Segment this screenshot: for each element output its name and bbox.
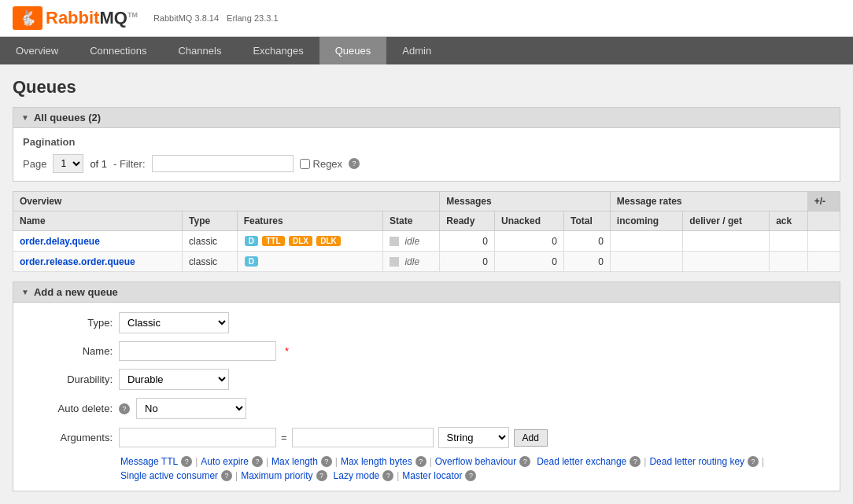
all-queues-section-header[interactable]: ▼ All queues (2) — [13, 107, 840, 128]
arg-link-overflow-behaviour[interactable]: Overflow behaviour — [435, 456, 516, 467]
col-total: Total — [564, 212, 611, 231]
queue-ready-cell: 0 — [440, 231, 495, 252]
type-select[interactable]: Classic Quorum — [119, 312, 229, 333]
master-locator-help[interactable]: ? — [465, 470, 476, 481]
arg-val-input[interactable] — [292, 428, 434, 447]
of-total: of 1 — [90, 158, 107, 170]
arg-type-select[interactable]: String Number Boolean — [438, 427, 509, 448]
filter-label: - Filter: — [113, 158, 145, 170]
col-incoming: incoming — [610, 212, 682, 231]
auto-delete-label: Auto delete: — [26, 403, 113, 414]
table-row: order.release.order.queue classic D idle… — [13, 252, 840, 272]
nav-connections[interactable]: Connections — [74, 37, 162, 64]
state-text: idle — [404, 256, 419, 267]
durability-select[interactable]: Durable Transient — [119, 369, 229, 390]
name-label: Name: — [26, 345, 113, 357]
auto-expire-help[interactable]: ? — [252, 456, 263, 467]
col-group-message-rates: Message rates — [610, 192, 807, 212]
main-nav: Overview Connections Channels Exchanges … — [0, 37, 853, 64]
logo-text: RabbitMQTM — [46, 8, 138, 28]
queue-incoming-cell — [610, 252, 682, 272]
lazy-mode-help[interactable]: ? — [382, 470, 393, 481]
logo: 🐇 RabbitMQTM — [13, 6, 138, 30]
col-group-messages: Messages — [440, 192, 610, 212]
state-text: idle — [404, 236, 419, 247]
max-length-bytes-help[interactable]: ? — [415, 456, 427, 467]
arg-key-input[interactable] — [119, 428, 276, 447]
queues-table: Overview Messages Message rates +/- Name… — [13, 191, 840, 272]
regex-checkbox[interactable] — [300, 159, 310, 169]
arguments-row: Arguments: = String Number Boolean Add — [26, 427, 827, 448]
add-argument-button[interactable]: Add — [514, 429, 548, 447]
queue-name-link[interactable]: order.delay.queue — [20, 236, 100, 247]
state-indicator — [390, 257, 399, 267]
tag-DLX: DLX — [289, 236, 312, 246]
arg-link-max-length-bytes[interactable]: Max length bytes — [341, 456, 412, 467]
filter-input[interactable] — [152, 155, 294, 172]
queue-name-link[interactable]: order.release.order.queue — [20, 256, 135, 267]
argument-links: Message TTL ? | Auto expire ? | Max leng… — [120, 456, 827, 481]
queue-type-cell: classic — [183, 252, 238, 272]
type-row: Type: Classic Quorum — [26, 312, 827, 333]
page-label: Page — [23, 158, 46, 170]
queue-features-cell: D — [237, 252, 382, 272]
arg-link-message-ttl[interactable]: Message TTL — [120, 456, 178, 467]
arg-eq: = — [281, 432, 287, 443]
overflow-help[interactable]: ? — [519, 456, 530, 467]
dead-letter-routing-key-help[interactable]: ? — [748, 456, 759, 467]
queue-total-cell: 0 — [564, 231, 611, 252]
queue-deliver-cell — [683, 252, 770, 272]
nav-exchanges[interactable]: Exchanges — [237, 37, 319, 64]
arg-link-master-locator[interactable]: Master locator — [402, 470, 462, 481]
maximum-priority-help[interactable]: ? — [316, 470, 327, 481]
nav-channels[interactable]: Channels — [162, 37, 237, 64]
arg-link-single-active-consumer[interactable]: Single active consumer — [120, 470, 218, 481]
single-active-consumer-help[interactable]: ? — [221, 470, 232, 481]
queue-unacked-cell: 0 — [494, 252, 563, 272]
queue-name-cell: order.delay.queue — [13, 231, 183, 252]
message-ttl-help[interactable]: ? — [181, 456, 192, 467]
auto-delete-help-icon[interactable]: ? — [119, 403, 130, 414]
name-row: Name: * — [26, 341, 827, 361]
rabbitmq-version: RabbitMQ 3.8.14 — [153, 13, 219, 23]
version-info: RabbitMQ 3.8.14 Erlang 23.3.1 — [153, 13, 279, 23]
collapse-triangle: ▼ — [21, 288, 29, 296]
collapse-triangle: ▼ — [21, 113, 29, 122]
nav-overview[interactable]: Overview — [0, 37, 74, 64]
add-queue-section-header[interactable]: ▼ Add a new queue — [13, 281, 840, 303]
logo-tm: TM — [127, 11, 138, 19]
queue-ack-cell — [770, 252, 808, 272]
auto-delete-row: Auto delete: ? No Yes — [26, 398, 827, 419]
arg-link-dead-letter-routing-key[interactable]: Dead letter routing key — [649, 456, 744, 467]
col-deliver: deliver / get — [683, 212, 770, 231]
table-row: order.delay.queue classic D TTL DLX DLK … — [13, 231, 840, 252]
page-select[interactable]: 1 — [53, 154, 83, 173]
arg-link-auto-expire[interactable]: Auto expire — [201, 456, 249, 467]
nav-admin[interactable]: Admin — [386, 37, 447, 64]
queue-incoming-cell — [610, 231, 682, 252]
arg-link-dead-letter-exchange[interactable]: Dead letter exchange — [537, 456, 626, 467]
arg-link-maximum-priority[interactable]: Maximum priority — [241, 470, 312, 481]
plus-minus-cell[interactable]: +/- — [807, 192, 840, 212]
col-name: Name — [13, 212, 183, 231]
arg-link-max-length[interactable]: Max length — [271, 456, 318, 467]
add-queue-title: Add a new queue — [34, 286, 118, 298]
main-content: Queues ▼ All queues (2) Pagination Page … — [0, 64, 853, 504]
auto-delete-select[interactable]: No Yes — [136, 398, 246, 419]
col-type: Type — [183, 212, 238, 231]
nav-queues[interactable]: Queues — [319, 37, 387, 64]
max-length-help[interactable]: ? — [321, 456, 332, 467]
header: 🐇 RabbitMQTM RabbitMQ 3.8.14 Erlang 23.3… — [0, 0, 853, 37]
col-features: Features — [237, 212, 382, 231]
durability-row: Durability: Durable Transient — [26, 369, 827, 390]
state-indicator — [390, 237, 399, 246]
regex-help-icon[interactable]: ? — [349, 158, 360, 169]
queue-extra-cell — [807, 231, 840, 252]
arguments-inputs: = String Number Boolean Add — [119, 427, 548, 448]
durability-label: Durability: — [26, 373, 113, 385]
col-unacked: Unacked — [494, 212, 563, 231]
dead-letter-exchange-help[interactable]: ? — [630, 456, 641, 467]
name-input[interactable] — [119, 341, 276, 361]
queue-deliver-cell — [683, 231, 770, 252]
arg-link-lazy-mode[interactable]: Lazy mode — [334, 470, 380, 481]
